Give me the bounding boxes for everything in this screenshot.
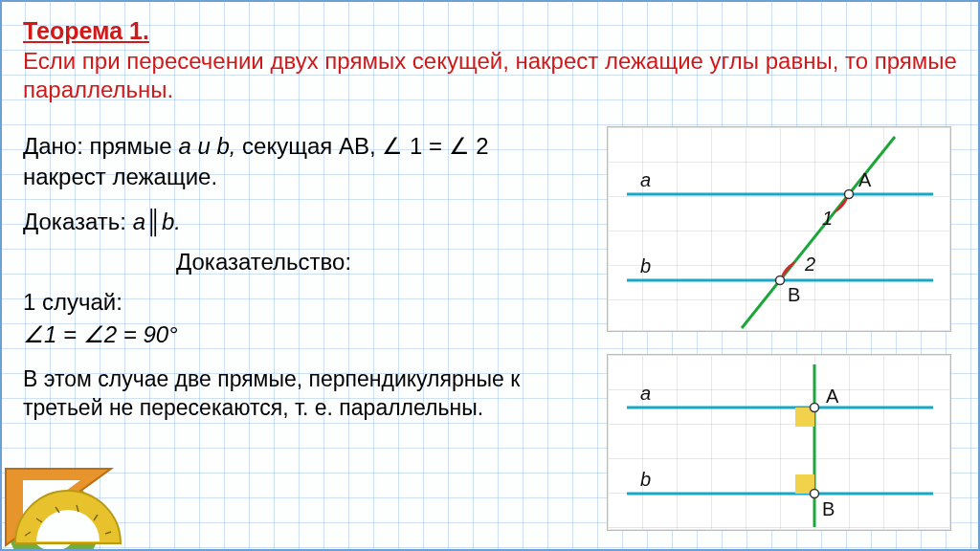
svg-point-4: [776, 276, 785, 285]
geometry-tools-icon: [0, 411, 197, 551]
prove-prefix: Доказать:: [23, 209, 133, 234]
svg-line-2: [742, 137, 895, 328]
diag1-label-A: A: [858, 169, 872, 190]
diag1-angle-2: 2: [804, 253, 815, 275]
diag2-label-a: a: [640, 383, 651, 404]
diagram-2: a b A B: [607, 354, 951, 531]
svg-point-11: [811, 490, 819, 498]
given-block: Дано: прямые a и b, секущая АВ, ∠ 1 = ∠ …: [23, 131, 559, 193]
diag1-label-B: B: [788, 284, 800, 305]
diagram-2-svg: a b A B: [608, 355, 952, 532]
given-lines: a и b,: [178, 133, 235, 159]
theorem-statement: Если при пересечении двух прямых секущей…: [23, 47, 957, 104]
diag2-label-b: b: [640, 469, 651, 490]
diag1-label-b: b: [640, 255, 651, 276]
diag2-label-B: B: [822, 498, 835, 519]
theorem-title: Теорема 1.: [23, 17, 957, 45]
svg-point-10: [811, 404, 819, 412]
diag1-angle-1: 1: [822, 208, 833, 229]
diag1-label-a: a: [640, 169, 651, 190]
diagram-1-svg: a b A B 1 2: [608, 127, 952, 333]
prove-relation: a║b.: [133, 209, 181, 234]
given-prefix: Дано: прямые: [23, 133, 178, 159]
svg-point-3: [845, 190, 854, 199]
given-secant: секущая АВ,: [235, 133, 382, 159]
diagram-1: a b A B 1 2: [607, 126, 951, 332]
diag2-label-A: A: [826, 386, 839, 407]
